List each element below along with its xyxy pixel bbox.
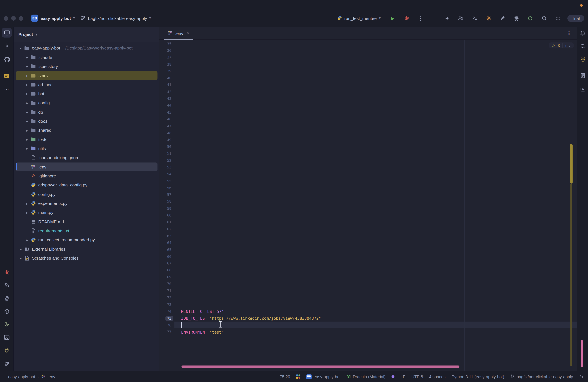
line-content[interactable] xyxy=(174,164,577,170)
line-content[interactable] xyxy=(174,81,577,88)
chevron-right-icon[interactable]: ▸ xyxy=(24,110,30,114)
line-content[interactable] xyxy=(174,280,577,287)
line-number[interactable]: 60 xyxy=(159,213,174,217)
editor-body[interactable]: 3536373839404142434445464748495051525354… xyxy=(159,40,577,371)
line-number[interactable]: 36 xyxy=(159,48,174,52)
line-content[interactable] xyxy=(174,123,577,129)
zoom-button[interactable] xyxy=(19,16,23,21)
editor-line[interactable]: 43 xyxy=(159,95,577,102)
line-number[interactable]: 58 xyxy=(159,199,174,204)
chevron-right-icon[interactable]: ▸ xyxy=(18,247,23,251)
indent-widget[interactable]: 4 spaces xyxy=(429,374,446,379)
line-number[interactable]: 76 xyxy=(159,323,174,327)
line-content[interactable] xyxy=(174,246,577,253)
debug-button[interactable] xyxy=(402,14,411,23)
line-content[interactable] xyxy=(174,198,577,205)
line-content[interactable] xyxy=(174,260,577,267)
editor-line[interactable]: 69 xyxy=(159,274,577,280)
breadcrumb-project[interactable]: easy-apply-bot xyxy=(8,374,35,379)
branch-selector[interactable]: bagfix/not-clickable-easy-apply ▾ xyxy=(78,14,154,23)
line-content[interactable] xyxy=(174,109,577,116)
line-content[interactable] xyxy=(174,116,577,123)
line-number[interactable]: 69 xyxy=(159,275,174,279)
plugins-button[interactable] xyxy=(554,14,563,23)
editor-line[interactable]: 68 xyxy=(159,267,577,274)
editor-line[interactable]: 70 xyxy=(159,280,577,287)
tree-item-requirements-txt[interactable]: requirements.txt xyxy=(14,226,159,235)
editor-line[interactable]: 74MENTEE_TO_TEST=574 xyxy=(159,308,577,315)
vertical-scrollbar[interactable] xyxy=(570,184,572,366)
encoding-widget[interactable]: UTF-8 xyxy=(411,374,423,379)
line-content[interactable] xyxy=(174,267,577,274)
editor-line[interactable]: 52 xyxy=(159,157,577,164)
chevron-right-icon[interactable]: ▸ xyxy=(24,128,30,132)
settings-tool-button[interactable] xyxy=(2,319,12,329)
line-number[interactable]: 41 xyxy=(159,83,174,87)
inspection-widget[interactable]: ⚠ 3 ↑ ↓ xyxy=(549,42,574,48)
line-number[interactable]: 45 xyxy=(159,110,174,114)
tab-options-button[interactable]: ⋮ xyxy=(567,30,571,36)
window-grid-icon[interactable] xyxy=(296,375,300,379)
editor-line[interactable]: 61 xyxy=(159,219,577,226)
line-number[interactable]: 72 xyxy=(159,296,174,300)
chevron-right-icon[interactable]: ▸ xyxy=(24,137,30,142)
editor-line[interactable]: 51 xyxy=(159,150,577,157)
line-content[interactable] xyxy=(174,150,577,157)
run-configuration-selector[interactable]: run_test_mentee ▾ xyxy=(335,14,383,22)
line-content[interactable] xyxy=(174,54,577,61)
line-number[interactable]: 54 xyxy=(159,172,174,176)
notifications-button[interactable] xyxy=(578,28,588,38)
line-content[interactable] xyxy=(174,287,577,294)
tree-item-specstory[interactable]: ▸.specstory xyxy=(14,62,159,71)
line-number[interactable]: 67 xyxy=(159,261,174,265)
editor-line[interactable]: 65 xyxy=(159,246,577,253)
database-panel-button[interactable] xyxy=(578,54,588,64)
more-tools-button[interactable]: ⋯ xyxy=(2,84,12,94)
editor-line[interactable]: 67 xyxy=(159,260,577,267)
tree-item-ad-hoc[interactable]: ▸ad_hoc xyxy=(14,80,159,89)
line-content[interactable] xyxy=(174,157,577,164)
line-number[interactable]: 50 xyxy=(159,145,174,149)
editor-line[interactable]: 54 xyxy=(159,170,577,177)
close-button[interactable] xyxy=(4,16,8,21)
branch-widget[interactable]: bagfix/not-clickable-easy-apply xyxy=(510,374,573,379)
chevron-right-icon[interactable]: ▸ xyxy=(24,64,30,68)
structure-tool-button[interactable] xyxy=(2,71,12,81)
editor-line[interactable]: 66 xyxy=(159,253,577,260)
line-content[interactable] xyxy=(174,136,577,143)
status-dot-icon[interactable] xyxy=(392,375,395,378)
line-number[interactable]: 38 xyxy=(159,62,174,66)
terminal-tool-button[interactable] xyxy=(2,333,12,342)
line-content[interactable] xyxy=(174,253,577,260)
chevron-right-icon[interactable]: ▸ xyxy=(24,201,30,205)
close-tab-icon[interactable]: × xyxy=(187,30,189,36)
line-number[interactable]: 53 xyxy=(159,165,174,169)
line-number[interactable]: 74 xyxy=(159,309,174,313)
next-problem-button[interactable]: ↓ xyxy=(569,43,571,47)
chevron-right-icon[interactable]: ▸ xyxy=(24,73,30,77)
theme-widget[interactable]: M Dracula (Material) xyxy=(347,374,385,379)
editor-line[interactable]: 50 xyxy=(159,143,577,150)
chevron-right-icon[interactable]: ▸ xyxy=(18,256,23,260)
services-tool-button[interactable] xyxy=(2,307,12,316)
editor-line[interactable]: 59 xyxy=(159,205,577,212)
line-content[interactable]: JOB_TO_TEST="https://www.linkedin.com/jo… xyxy=(174,315,577,322)
tree-item-utils[interactable]: ▸utils xyxy=(14,144,159,153)
horizontal-scrollbar[interactable] xyxy=(181,365,459,368)
interpreter-widget[interactable]: Python 3.11 (easy-apply-bot) xyxy=(452,374,504,379)
notes-panel-button[interactable] xyxy=(578,71,588,80)
line-content[interactable] xyxy=(174,294,577,301)
chevron-right-icon[interactable]: ▸ xyxy=(24,101,30,105)
line-content[interactable] xyxy=(174,274,577,280)
chevron-right-icon[interactable]: ▸ xyxy=(24,211,30,214)
prev-problem-button[interactable]: ↑ xyxy=(565,43,567,47)
chevron-right-icon[interactable]: ▸ xyxy=(24,92,30,96)
tree-item-easy-apply-bot[interactable]: ▾easy-apply-bot~/Desktop/EasyWork/easy-a… xyxy=(14,43,159,53)
tree-item-shared[interactable]: ▸shared xyxy=(14,126,159,135)
trial-button[interactable]: Trial xyxy=(567,15,584,21)
line-number[interactable]: 71 xyxy=(159,289,174,293)
editor-line[interactable]: 56 xyxy=(159,184,577,191)
editor-line[interactable]: 47 xyxy=(159,123,577,129)
chevron-right-icon[interactable]: ▸ xyxy=(24,238,30,242)
line-number[interactable]: 70 xyxy=(159,282,174,286)
